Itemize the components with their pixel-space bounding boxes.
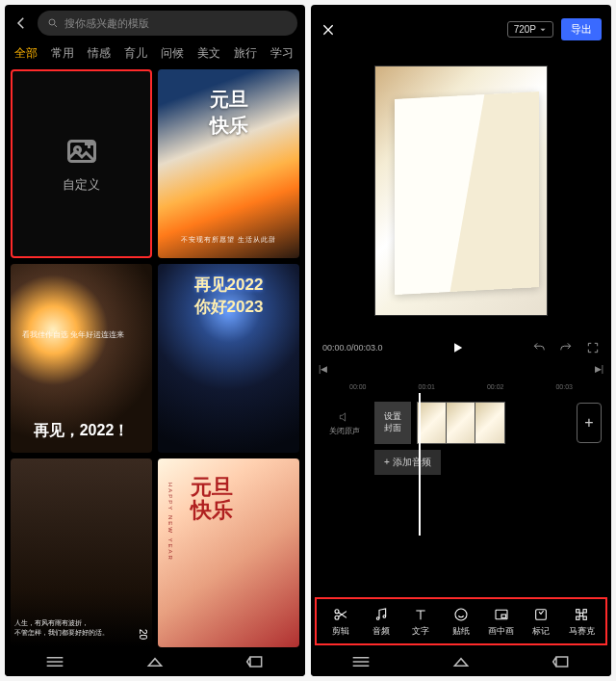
tab-greeting[interactable]: 问候 [161,45,184,62]
svg-rect-15 [583,616,586,619]
back-icon[interactable] [13,14,30,32]
tool-label: 音频 [372,625,390,638]
clip-frame [418,403,447,443]
nav-home-icon[interactable] [451,655,471,668]
music-note-icon [373,607,389,622]
tool-text[interactable]: 文字 [401,607,440,638]
template-card[interactable]: 人生，有风有雨有波折， 不管怎样，我们都要好好的活。 20 [11,458,152,647]
template-card[interactable]: 元旦 快乐 不安现有所愿望 生活从此甜 [158,69,299,258]
ruler-tick: 00:03 [555,383,573,390]
preview-frame [374,65,548,316]
skip-prev-icon[interactable]: |◀ [319,364,327,374]
add-clip-button[interactable]: + [577,403,602,443]
clip-frame [447,403,475,443]
close-icon[interactable] [321,22,336,38]
time-ruler: 00:00 00:01 00:02 00:03 [321,383,602,396]
svg-rect-11 [577,610,579,613]
add-image-icon [64,134,99,169]
redo-icon[interactable] [559,341,573,354]
add-audio-button[interactable]: + 添加音频 [374,450,441,475]
svg-rect-14 [577,616,579,619]
nav-menu-icon[interactable] [45,655,64,668]
set-cover-button[interactable]: 设置 封面 [374,402,411,443]
search-icon [47,17,59,29]
svg-point-7 [455,609,467,620]
tab-all[interactable]: 全部 [14,45,38,62]
search-row: 搜你感兴趣的模版 [5,5,305,41]
template-grid: 自定义 元旦 快乐 不安现有所愿望 生活从此甜 看我佳作自选 兔年好运连连来 再… [5,69,305,647]
svg-rect-9 [501,615,506,617]
svg-point-4 [335,616,339,619]
system-navbar [311,647,611,676]
video-editor-screen: 720P 导出 00:00.0/00:03.0 |◀ ▶| 00:00 00:0… [311,5,611,676]
tab-common[interactable]: 常用 [51,45,74,62]
card-title: 元旦 快乐 [191,476,233,522]
system-navbar [5,647,305,676]
speaker-icon [338,410,351,424]
ruler-tick: 00:01 [418,383,435,390]
fullscreen-icon[interactable] [586,341,600,354]
bookmark-icon [533,607,549,622]
search-placeholder: 搜你感兴趣的模版 [64,16,149,31]
nav-menu-icon[interactable] [351,655,371,668]
template-card[interactable]: HAPPY NEW YEAR 元旦 快乐 [158,458,299,647]
nav-back-icon[interactable] [552,655,571,668]
tab-study[interactable]: 学习 [270,45,294,62]
nav-home-icon[interactable] [145,655,165,668]
card-text: 人生，有风有雨有波折， 不管怎样，我们都要好好的活。 [14,618,148,638]
undo-icon[interactable] [532,341,546,354]
resolution-selector[interactable]: 720P [507,21,553,38]
clip-frame [475,403,504,443]
mute-label: 关闭原声 [329,427,360,435]
tool-audio[interactable]: 音频 [362,607,400,638]
video-track: 关闭原声 设置 封面 + [321,402,602,444]
tab-essay[interactable]: 美文 [197,45,220,62]
editor-toolbar: 剪辑 音频 文字 贴纸 画中画 标记 马赛克 [315,597,607,645]
tab-travel[interactable]: 旅行 [234,45,257,62]
template-card[interactable]: 看我佳作自选 兔年好运连连来 再见，2022！ [11,264,152,453]
tool-label: 马赛克 [569,625,595,638]
video-clip[interactable] [417,402,505,444]
playhead[interactable] [419,393,421,536]
header-actions: 720P 导出 [507,18,602,40]
tool-mark[interactable]: 标记 [522,607,560,638]
mute-toggle[interactable]: 关闭原声 [321,410,369,436]
card-title: 元旦 快乐 [164,87,294,139]
svg-rect-12 [583,610,586,613]
chevron-down-icon [539,26,547,34]
ruler-tick: 00:02 [487,383,504,390]
timeline[interactable]: 00:00 00:01 00:02 00:03 关闭原声 设置 封面 + + 添… [311,376,611,593]
card-text: 看我佳作自选 兔年好运连连来 [16,329,146,340]
tool-pip[interactable]: 画中画 [482,607,521,638]
svg-point-3 [335,610,339,614]
card-line1: 再见2022 [164,274,294,296]
editor-header: 720P 导出 [311,5,611,46]
export-button[interactable]: 导出 [561,18,602,40]
skip-next-icon[interactable]: ▶| [595,364,603,374]
search-input[interactable]: 搜你感兴趣的模版 [38,11,297,36]
tab-emotion[interactable]: 情感 [88,45,111,62]
tool-sticker[interactable]: 贴纸 [442,607,480,638]
mosaic-icon [574,607,589,622]
tab-parenting[interactable]: 育儿 [124,45,147,62]
card-subtitle: HAPPY NEW YEAR [167,483,173,562]
card-title: 再见，2022！ [16,421,146,441]
template-card[interactable]: 再见2022 你好2023 [158,264,299,453]
playback-bar: 00:00.0/00:03.0 [311,335,611,360]
text-icon [413,607,428,622]
smile-icon [453,607,469,622]
tool-label: 画中画 [488,625,514,638]
tool-label: 标记 [532,625,550,638]
nav-back-icon[interactable] [245,655,265,668]
tool-cut[interactable]: 剪辑 [321,607,360,638]
custom-label: 自定义 [63,176,100,194]
tool-mosaic[interactable]: 马赛克 [562,607,601,638]
svg-point-6 [383,616,386,618]
play-icon[interactable] [450,341,464,354]
scissors-icon [333,607,348,622]
video-preview[interactable] [311,46,611,335]
custom-template-card[interactable]: 自定义 [11,69,152,258]
skip-row: |◀ ▶| [311,360,611,376]
card-year: 20 [138,629,148,640]
card-subtitle: 不安现有所愿望 生活从此甜 [164,235,294,245]
